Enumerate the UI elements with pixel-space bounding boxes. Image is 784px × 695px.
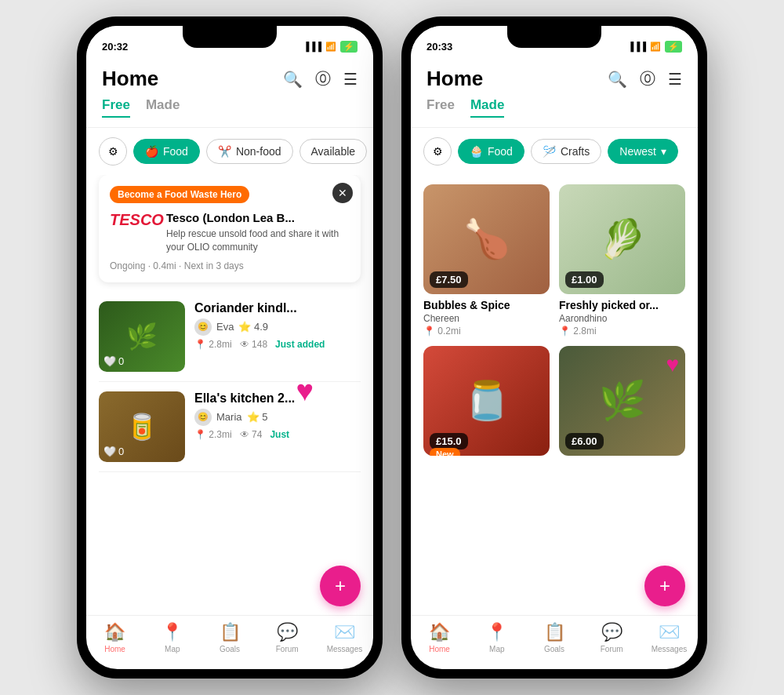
forum-nav-icon-1: 💬 [277,622,298,642]
nav-messages-1[interactable]: ✉️ Messages [316,622,373,653]
nav-home-1[interactable]: 🏠 Home [86,622,143,653]
signal-icon: ▐▐▐ [303,42,321,51]
help-icon-2[interactable]: ⓪ [640,68,655,89]
goals-nav-icon-2: 📋 [544,622,565,642]
nav-goals-1[interactable]: 📋 Goals [201,622,258,653]
goals-nav-label-2: Goals [544,645,564,653]
promo-meta: Ongoing · 0.4mi · Next in 3 days [110,260,350,271]
distance-1: 📍 2.8mi [194,339,232,350]
nonfood-chip-icon-1: ✂️ [218,145,231,158]
status-bar-2: 20:33 ▐▐▐ 📶 ⚡ [411,26,698,60]
tab-free-2[interactable]: Free [426,97,455,118]
grid-item-image-4: 🌿 £6.00 ♥ [559,346,685,456]
filter-crafts-2[interactable]: 🪡 Crafts [531,139,601,164]
bottom-nav-2: 🏠 Home 📍 Map 📋 Goals 💬 Forum ✉️ Messages [411,615,698,669]
grid-thumb-emoji-2: 🥬 [599,217,646,261]
signal-icon-2: ▐▐▐ [628,42,646,51]
nav-messages-2[interactable]: ✉️ Messages [641,622,698,653]
app-header-2: Home 🔍 ⓪ ☰ [411,60,698,97]
page-title-2: Home [426,67,483,91]
tab-free-1[interactable]: Free [102,97,130,118]
promo-title: Tesco (London Lea B... [166,211,350,224]
tab-made-1[interactable]: Made [146,97,180,118]
status-time-2: 20:33 [426,41,452,53]
views-1: 👁 148 [240,339,267,350]
map-nav-icon-2: 📍 [486,622,507,642]
grid-item-image-1: 🍗 £7.50 [423,184,550,294]
listing-item-1[interactable]: 🌿 🤍 0 Coriander kindl... 😊 Eva ⭐ 4.9 📍 2… [99,292,361,382]
fab-add-2[interactable]: + [644,566,685,606]
grid-item-distance-2: 📍 2.8mi [559,326,685,337]
tabs-2: Free Made [411,97,698,128]
promo-text: Tesco (London Lea B... Help rescue unsol… [166,211,350,254]
listing-title-1: Coriander kindl... [194,301,361,315]
menu-icon-1[interactable]: ☰ [343,70,358,89]
listing-thumb-2: 🥫 🤍 0 [99,391,185,462]
user-avatar-1: 😊 [194,318,212,336]
nav-forum-2[interactable]: 💬 Forum [583,622,641,653]
fab-add-1[interactable]: + [320,566,361,606]
phone-2: 20:33 ▐▐▐ 📶 ⚡ Home 🔍 ⓪ ☰ Free Made ⚙ [401,16,707,679]
user-rating-2: ⭐ 5 [247,411,268,423]
messages-nav-label-2: Messages [652,645,688,653]
promo-description: Help rescue unsold food and share it wit… [166,227,350,254]
grid-item-3[interactable]: 🫙 £15.0 New [423,346,550,456]
nav-home-2[interactable]: 🏠 Home [411,622,468,653]
grid-thumb-emoji-3: 🫙 [463,379,510,423]
notch-2 [507,26,601,48]
crafts-chip-label-2: Crafts [561,145,590,158]
grid-item-2[interactable]: 🥬 £1.00 Freshly picked or... Aarondhino … [559,184,685,337]
price-badge-1: £7.50 [430,271,468,288]
grid-thumb-emoji-1: 🍗 [463,217,510,261]
nav-map-1[interactable]: 📍 Map [143,622,201,653]
heart-icon-2: 🤍 [103,446,116,457]
menu-icon-2[interactable]: ☰ [668,70,682,89]
filter-food-2[interactable]: 🧁 Food [458,139,524,164]
listing-user-1: 😊 Eva ⭐ 4.9 [194,318,361,336]
grid-item-4[interactable]: 🌿 £6.00 ♥ [559,346,685,456]
grid-item-user-1: Chereen [423,313,550,324]
views-2: 👁 74 [240,429,263,440]
header-icons-1: 🔍 ⓪ ☰ [283,68,358,89]
filter-food-1[interactable]: 🍎 Food [133,139,200,164]
help-icon-1[interactable]: ⓪ [315,68,331,89]
filter-settings-btn-2[interactable]: ⚙ [423,137,452,166]
listing-info-1: Coriander kindl... 😊 Eva ⭐ 4.9 📍 2.8mi 👁… [194,301,361,350]
listing-info-2: Ella's kitchen 2... 😊 Maria ⭐ 5 📍 2.3mi … [194,391,361,440]
forum-nav-label-2: Forum [601,645,623,653]
user-rating-1: ⭐ 4.9 [238,321,268,333]
grid-item-distance-1: 📍 0.2mi [423,326,550,337]
grid-item-1[interactable]: 🍗 £7.50 Bubbles & Spice Chereen 📍 0.2mi [423,184,550,337]
filter-settings-btn-1[interactable]: ⚙ [99,137,127,166]
grid-item-title-2: Freshly picked or... [559,299,685,311]
price-badge-4: £6.00 [565,433,604,449]
filter-available-1[interactable]: Available [299,139,368,164]
thumb-heart-2: 🤍 0 [103,446,124,457]
listing-time-2: Just [270,429,289,440]
home-nav-icon-1: 🏠 [104,622,125,642]
user-name-2: Maria [216,411,242,423]
search-icon-1[interactable]: 🔍 [283,70,303,89]
home-nav-icon-2: 🏠 [429,622,450,642]
food-chip-icon-2: 🧁 [470,145,483,158]
heart-count-1: 0 [118,355,124,367]
home-nav-label-2: Home [429,645,450,653]
promo-close-btn[interactable]: ✕ [332,183,353,203]
nav-goals-2[interactable]: 📋 Goals [525,622,583,653]
listing-item-2[interactable]: 🥫 🤍 0 Ella's kitchen 2... 😊 Maria ⭐ 5 📍 … [99,382,361,472]
food-chip-icon-1: 🍎 [145,145,158,158]
messages-nav-icon-2: ✉️ [659,622,680,642]
filter-newest-2[interactable]: Newest ▾ [608,139,678,164]
filter-nonfood-1[interactable]: ✂️ Non-food [206,139,293,164]
tab-made-2[interactable]: Made [470,97,504,118]
nav-forum-1[interactable]: 💬 Forum [259,622,316,653]
app-header-1: Home 🔍 ⓪ ☰ [86,60,373,97]
new-badge-3: New [430,448,460,456]
heart-icon-1: 🤍 [103,355,116,367]
goals-nav-label-1: Goals [220,645,240,653]
thumb-heart-1: 🤍 0 [103,355,124,367]
search-icon-2[interactable]: 🔍 [608,70,627,89]
nav-map-2[interactable]: 📍 Map [468,622,525,653]
forum-nav-icon-2: 💬 [601,622,622,642]
content-area-1: Become a Food Waste Hero ✕ TESCO Tesco (… [86,175,373,615]
